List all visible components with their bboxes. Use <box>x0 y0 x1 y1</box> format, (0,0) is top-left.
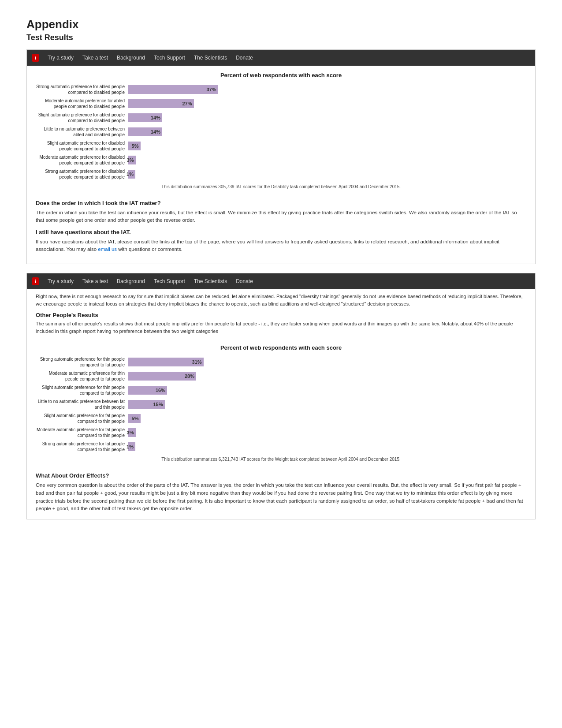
other-results-heading: Other People's Results <box>27 310 535 320</box>
panel-1-content: Does the order in which I took the IAT m… <box>27 195 535 264</box>
chart-1-title: Percent of web respondents with each sco… <box>36 72 526 78</box>
chart-bar-label: Moderate automatic preference for disabl… <box>36 154 128 166</box>
order-heading: What About Order Effects? <box>36 472 526 479</box>
panel-2-intro: Right now, there is not enough research … <box>27 289 535 310</box>
panel-1: i Try a study Take a test Background Tec… <box>26 49 536 264</box>
q2-email-link[interactable]: email us <box>98 246 117 252</box>
chart-row: Moderate automatic preference for fat pe… <box>36 427 526 438</box>
chart-bar-pct: 3% <box>127 430 134 435</box>
nav-take-test-1[interactable]: Take a test <box>78 50 112 66</box>
chart-1-note: This distribution summarizes 305,739 IAT… <box>36 184 526 189</box>
chart-row: Slight automatic preference for thin peo… <box>36 385 526 396</box>
nav-scientists-1[interactable]: The Scientists <box>190 50 231 66</box>
chart-bar: 5% <box>128 142 141 150</box>
chart-2-note: This distribution summarizes 6,321,743 I… <box>36 457 526 462</box>
chart-row: Little to no automatic preference betwee… <box>36 126 526 138</box>
chart-bar: 31% <box>128 358 204 366</box>
chart-bar: 5% <box>128 414 141 423</box>
chart-bar-pct: 1% <box>127 444 134 449</box>
chart-row: Slight automatic preference for abled pe… <box>36 112 526 123</box>
section-title: Test Results <box>26 33 536 42</box>
nav-try-study-1[interactable]: Try a study <box>43 50 78 66</box>
nav-logo-2: i <box>32 277 39 285</box>
chart-bar: 14% <box>128 113 162 122</box>
chart-row: Moderate automatic preference for disabl… <box>36 154 526 166</box>
chart-bar: 14% <box>128 127 162 136</box>
nav-tech-support-2[interactable]: Tech Support <box>149 273 190 289</box>
q2-answer-post: with questions or comments. <box>117 246 182 252</box>
chart-bar-pct: 27% <box>182 101 192 106</box>
chart-bar: 1% <box>128 170 135 179</box>
chart-bar: 3% <box>128 156 136 164</box>
q2-answer: If you have questions about the IAT, ple… <box>36 238 526 254</box>
nav-bar-1: i Try a study Take a test Background Tec… <box>27 50 535 66</box>
chart-2: Percent of web respondents with each sco… <box>27 338 535 468</box>
nav-donate-2[interactable]: Donate <box>231 273 257 289</box>
chart-bar-pct: 14% <box>151 115 160 120</box>
chart-bar-label: Slight automatic preference for fat peop… <box>36 413 128 424</box>
chart-bar-pct: 15% <box>153 402 163 407</box>
nav-try-study-2[interactable]: Try a study <box>43 273 78 289</box>
page-title: Appendix <box>26 18 536 31</box>
chart-bar-label: Slight automatic preference for thin peo… <box>36 385 128 396</box>
nav-background-2[interactable]: Background <box>112 273 149 289</box>
q2-heading: I still have questions about the IAT. <box>36 229 526 235</box>
chart-bar-label: Strong automatic preference for abled pe… <box>36 84 128 95</box>
nav-background-1[interactable]: Background <box>112 50 149 66</box>
chart-bar: 1% <box>128 442 135 451</box>
chart-bar-label: Strong automatic preference for thin peo… <box>36 356 128 368</box>
panel-2-content: What About Order Effects? One very commo… <box>27 468 535 519</box>
chart-bar-label: Slight automatic preference for abled pe… <box>36 112 128 123</box>
chart-bar-pct: 1% <box>127 172 134 177</box>
chart-bar: 3% <box>128 428 136 437</box>
chart-row: Moderate automatic preference for abled … <box>36 98 526 109</box>
other-results-text: The summary of other people's results sh… <box>27 320 535 338</box>
chart-bar: 15% <box>128 400 165 409</box>
chart-row: Slight automatic preference for disabled… <box>36 140 526 152</box>
chart-row: Moderate automatic preference for thin p… <box>36 370 526 382</box>
chart-bar: 28% <box>128 372 196 381</box>
chart-2-title: Percent of web respondents with each sco… <box>36 344 526 351</box>
chart-bar-pct: 31% <box>192 359 201 365</box>
nav-bar-2: i Try a study Take a test Background Tec… <box>27 273 535 289</box>
nav-logo-1: i <box>32 54 39 62</box>
chart-bar-pct: 37% <box>206 87 216 92</box>
chart-bar-pct: 16% <box>156 388 165 393</box>
nav-take-test-2[interactable]: Take a test <box>78 273 112 289</box>
chart-bar-label: Little to no automatic preference betwee… <box>36 399 128 410</box>
chart-bar-label: Slight automatic preference for disabled… <box>36 140 128 152</box>
nav-scientists-2[interactable]: The Scientists <box>190 273 231 289</box>
nav-tech-support-1[interactable]: Tech Support <box>149 50 190 66</box>
chart-bar-pct: 5% <box>132 416 139 421</box>
chart-bar-pct: 5% <box>132 143 139 149</box>
chart-bar: 16% <box>128 386 167 395</box>
chart-row: Strong automatic preference for thin peo… <box>36 356 526 368</box>
chart-row: Strong automatic preference for fat peop… <box>36 441 526 452</box>
chart-bar-label: Strong automatic preference for fat peop… <box>36 441 128 452</box>
chart-row: Strong automatic preference for disabled… <box>36 168 526 180</box>
chart-row: Strong automatic preference for abled pe… <box>36 84 526 95</box>
chart-1: Percent of web respondents with each sco… <box>27 66 535 195</box>
panel-2: i Try a study Take a test Background Tec… <box>26 273 536 519</box>
chart-bar-label: Strong automatic preference for disabled… <box>36 168 128 180</box>
chart-bar: 27% <box>128 99 194 108</box>
chart-bar-label: Moderate automatic preference for abled … <box>36 98 128 109</box>
chart-bar-pct: 3% <box>127 157 134 163</box>
q1-answer: The order in which you take the test can… <box>36 209 526 224</box>
chart-2-bars: Strong automatic preference for thin peo… <box>36 356 526 452</box>
q1-heading: Does the order in which I took the IAT m… <box>36 200 526 206</box>
chart-bar-pct: 28% <box>185 373 194 379</box>
chart-bar-pct: 14% <box>151 129 160 134</box>
nav-donate-1[interactable]: Donate <box>231 50 257 66</box>
chart-bar: 37% <box>128 85 218 94</box>
chart-row: Little to no automatic preference betwee… <box>36 399 526 410</box>
chart-bar-label: Little to no automatic preference betwee… <box>36 126 128 138</box>
chart-bar-label: Moderate automatic preference for fat pe… <box>36 427 128 438</box>
chart-bar-label: Moderate automatic preference for thin p… <box>36 370 128 382</box>
order-text: One very common question is about the or… <box>36 482 526 513</box>
chart-1-bars: Strong automatic preference for abled pe… <box>36 84 526 180</box>
chart-row: Slight automatic preference for fat peop… <box>36 413 526 424</box>
